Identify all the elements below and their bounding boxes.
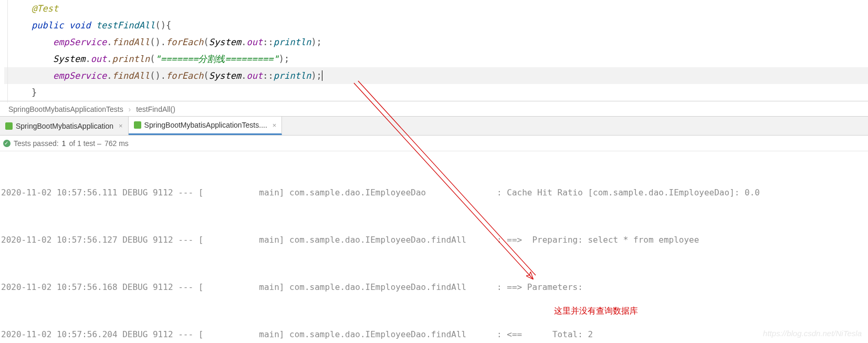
code-line-current: empService.findAll().forEach(System.out:… bbox=[4, 67, 868, 84]
tab-application[interactable]: SpringBootMybatisApplication × bbox=[0, 117, 129, 135]
run-icon bbox=[134, 121, 141, 129]
close-icon[interactable]: × bbox=[273, 121, 277, 129]
console-line: 2020-11-02 10:57:56.168 DEBUG 9112 --- [… bbox=[1, 279, 868, 295]
tab-tests[interactable]: SpringBootMybatisApplicationTests.... × bbox=[129, 117, 283, 135]
console-line: 2020-11-02 10:57:56.111 DEBUG 9112 --- [… bbox=[1, 185, 868, 201]
console-line: 2020-11-02 10:57:56.127 DEBUG 9112 --- [… bbox=[1, 232, 868, 248]
tab-label: SpringBootMybatisApplicationTests.... bbox=[144, 121, 267, 129]
status-mid: of 1 test – bbox=[69, 136, 101, 151]
breadcrumb-item[interactable]: testFindAll() bbox=[136, 105, 175, 113]
annotation-text: 这里并没有查询数据库 bbox=[554, 306, 638, 317]
console-output[interactable]: 2020-11-02 10:57:56.111 DEBUG 9112 --- [… bbox=[0, 151, 868, 343]
check-icon bbox=[3, 140, 11, 147]
status-count: 1 bbox=[62, 136, 66, 151]
code-line: } bbox=[4, 84, 868, 101]
code-line: System.out.println("=======分割线========="… bbox=[4, 50, 868, 67]
tab-label: SpringBootMybatisApplication bbox=[16, 122, 113, 130]
code-editor[interactable]: @Test public void testFindAll(){ empServ… bbox=[0, 0, 868, 101]
code-line: empService.findAll().forEach(System.out:… bbox=[4, 34, 868, 50]
close-icon[interactable]: × bbox=[119, 122, 123, 130]
code-line: public void testFindAll(){ bbox=[4, 17, 868, 34]
breadcrumb[interactable]: SpringBootMybatisApplicationTests › test… bbox=[0, 101, 868, 117]
watermark: https://blog.csdn.net/NiTesla bbox=[763, 329, 862, 338]
text-cursor bbox=[322, 70, 322, 81]
test-status: Tests passed: 1 of 1 test – 762 ms bbox=[0, 136, 868, 151]
status-time: 762 ms bbox=[104, 136, 129, 151]
code-line: @Test bbox=[4, 0, 868, 17]
console-line: 2020-11-02 10:57:56.204 DEBUG 9112 --- [… bbox=[1, 327, 868, 342]
status-label: Tests passed: bbox=[14, 136, 59, 151]
run-tabs: SpringBootMybatisApplication × SpringBoo… bbox=[0, 117, 868, 136]
breadcrumb-item[interactable]: SpringBootMybatisApplicationTests bbox=[8, 105, 123, 113]
chevron-right-icon: › bbox=[129, 105, 131, 113]
run-icon bbox=[5, 122, 13, 130]
annotation-token: @Test bbox=[32, 3, 58, 14]
